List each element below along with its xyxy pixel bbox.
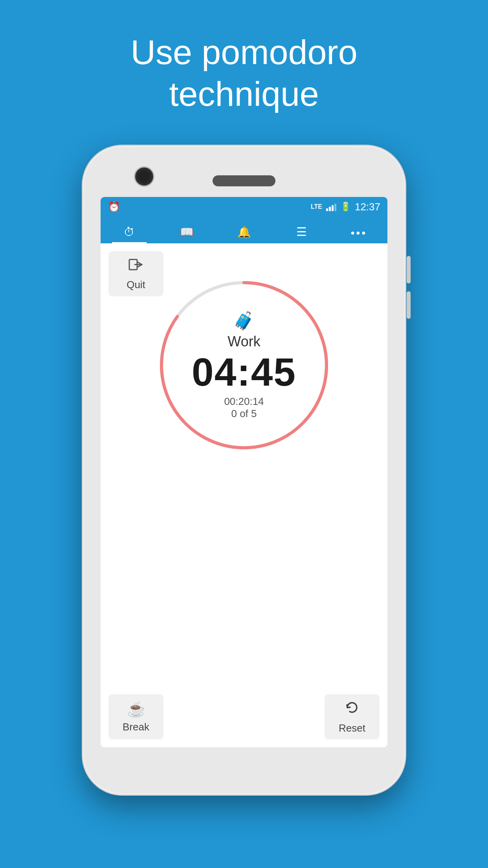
status-bar: ⏰ LTE 🔋 12:37: [101, 197, 387, 217]
battery-icon: 🔋: [340, 202, 351, 212]
tab-bell[interactable]: 🔔: [215, 226, 273, 240]
break-button[interactable]: ☕ Break: [108, 694, 163, 739]
tab-book[interactable]: 📖: [158, 226, 215, 240]
timer-mode-label: Work: [227, 333, 260, 350]
reset-button[interactable]: Reset: [325, 694, 380, 739]
signal-icon: [326, 202, 336, 211]
break-label: Break: [123, 721, 149, 733]
quit-icon: [128, 257, 143, 276]
tab-more[interactable]: ●●●: [330, 229, 387, 240]
book-icon: 📖: [180, 226, 194, 239]
break-icon: ☕: [127, 701, 145, 718]
phone-screen: ⏰ LTE 🔋 12:37 ⏱ 📖: [101, 197, 387, 747]
timer-main-display: 04:45: [192, 352, 296, 392]
quit-label: Quit: [127, 279, 145, 291]
bottom-action-buttons: ☕ Break Reset: [101, 694, 387, 739]
timer-count-display: 0 of 5: [231, 408, 257, 420]
app-clock-icon: ⏰: [108, 201, 120, 213]
reset-label: Reset: [339, 722, 365, 734]
timer-sub-display: 00:20:14: [224, 395, 264, 408]
more-icon: ●●●: [350, 229, 367, 239]
reset-icon: [344, 700, 360, 719]
work-mode-icon: 🧳: [233, 311, 255, 331]
bell-icon: 🔔: [237, 226, 251, 239]
timer-icon: ⏱: [124, 226, 135, 239]
timer-display: 🧳 Work 04:45 00:20:14 0 of 5: [192, 311, 296, 420]
status-time: 12:37: [355, 201, 380, 213]
nav-bar: ⏱ 📖 🔔 ☰ ●●●: [101, 217, 387, 243]
tab-timer[interactable]: ⏱: [101, 226, 158, 240]
volume-down-button: [407, 291, 411, 319]
list-icon: ☰: [296, 225, 307, 239]
timer-container: 🧳 Work 04:45 00:20:14 0 of 5: [154, 275, 334, 456]
phone-mockup: ⏰ LTE 🔋 12:37 ⏱ 📖: [83, 146, 405, 794]
speaker: [213, 175, 275, 186]
lte-indicator: LTE: [311, 203, 322, 210]
tab-list[interactable]: ☰: [273, 225, 330, 240]
camera: [134, 166, 154, 187]
volume-up-button: [407, 256, 411, 283]
app-content: Quit 🧳 Work 04:45 00:20:14: [101, 243, 387, 747]
headline-text: Use pomodoro technique: [91, 0, 396, 138]
